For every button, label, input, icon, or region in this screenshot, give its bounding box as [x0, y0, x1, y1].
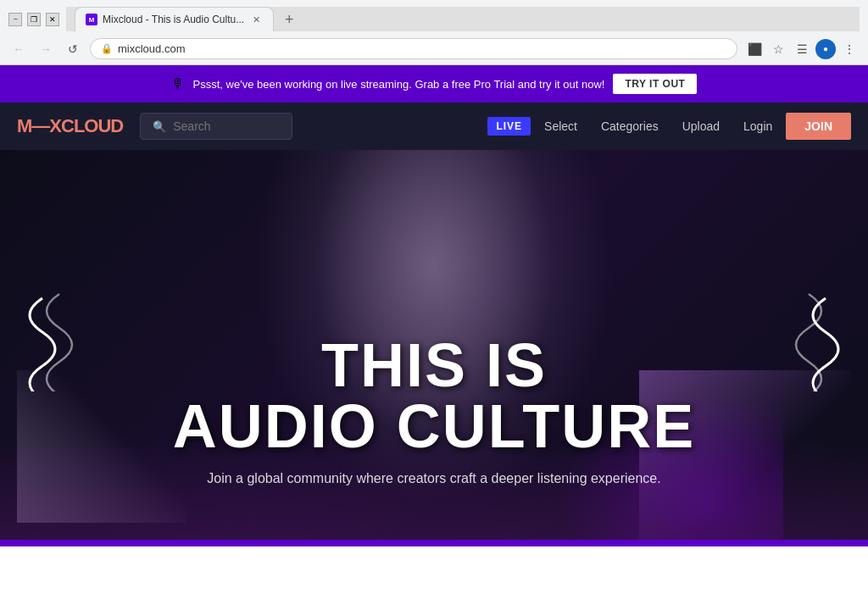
- upload-link[interactable]: Upload: [672, 114, 730, 138]
- bottom-accent-bar: [0, 540, 868, 546]
- nav-links: LIVE Select Categories Upload Login JOIN: [487, 113, 851, 140]
- search-input[interactable]: [173, 119, 280, 133]
- cast-button[interactable]: ⬛: [744, 39, 765, 59]
- select-link[interactable]: Select: [534, 114, 587, 138]
- search-bar[interactable]: 🔍: [140, 113, 292, 140]
- search-icon: 🔍: [153, 120, 166, 133]
- active-tab[interactable]: M Mixcloud - This is Audio Cultu... ✕: [75, 7, 274, 31]
- live-badge[interactable]: LIVE: [487, 117, 531, 136]
- browser-actions: ⬛ ☆ ☰ ● ⋮: [744, 39, 860, 59]
- minimize-button[interactable]: －: [8, 13, 22, 26]
- hero-title-line2: AUDIO CULTURE: [173, 392, 696, 460]
- maximize-button[interactable]: ❐: [27, 13, 41, 26]
- lock-icon: 🔒: [101, 43, 113, 54]
- hero-subtitle: Join a global community where creators c…: [43, 469, 825, 489]
- url-text: mixcloud.com: [118, 42, 185, 55]
- close-button[interactable]: ✕: [46, 13, 59, 26]
- profile-avatar[interactable]: ●: [815, 39, 836, 59]
- hero-content: THIS IS AUDIO CULTURE Join a global comm…: [43, 335, 825, 489]
- forward-button[interactable]: →: [36, 39, 56, 59]
- refresh-button[interactable]: ↺: [63, 39, 83, 59]
- categories-link[interactable]: Categories: [591, 114, 669, 138]
- new-tab-button[interactable]: +: [277, 8, 301, 31]
- browser-chrome: － ❐ ✕ M Mixcloud - This is Audio Cultu..…: [0, 0, 868, 65]
- mixcloud-logo[interactable]: M—XCLOUD: [17, 115, 123, 137]
- bookmark-button[interactable]: ☆: [768, 39, 788, 59]
- tab-title: Mixcloud - This is Audio Cultu...: [103, 14, 244, 25]
- extensions-button[interactable]: ☰: [792, 39, 812, 59]
- tab-close-button[interactable]: ✕: [249, 13, 263, 26]
- banner-emoji: 🎙: [171, 76, 185, 92]
- title-bar: － ❐ ✕ M Mixcloud - This is Audio Cultu..…: [0, 0, 868, 35]
- menu-button[interactable]: ⋮: [839, 39, 860, 59]
- banner-text: Pssst, we've been working on live stream…: [193, 78, 605, 91]
- tab-bar: M Mixcloud - This is Audio Cultu... ✕ +: [66, 7, 860, 31]
- mixcloud-page: 🎙 Pssst, we've been working on live stre…: [0, 65, 868, 546]
- hero-section: THIS IS AUDIO CULTURE Join a global comm…: [0, 150, 868, 540]
- hero-title: THIS IS AUDIO CULTURE: [43, 335, 825, 457]
- window-controls: － ❐ ✕: [8, 13, 59, 26]
- main-nav: M—XCLOUD 🔍 LIVE Select Categories Upload…: [0, 103, 868, 150]
- tab-favicon: M: [86, 14, 97, 25]
- login-button[interactable]: Login: [733, 114, 782, 138]
- address-bar: ← → ↺ 🔒 mixcloud.com ⬛ ☆ ☰ ● ⋮: [0, 35, 868, 64]
- back-button[interactable]: ←: [8, 39, 29, 59]
- join-button[interactable]: JOIN: [786, 113, 851, 140]
- top-banner: 🎙 Pssst, we've been working on live stre…: [0, 65, 868, 103]
- try-it-out-button[interactable]: TRY IT OUT: [613, 74, 697, 94]
- hero-title-line1: THIS IS: [321, 331, 547, 399]
- url-bar[interactable]: 🔒 mixcloud.com: [90, 38, 737, 59]
